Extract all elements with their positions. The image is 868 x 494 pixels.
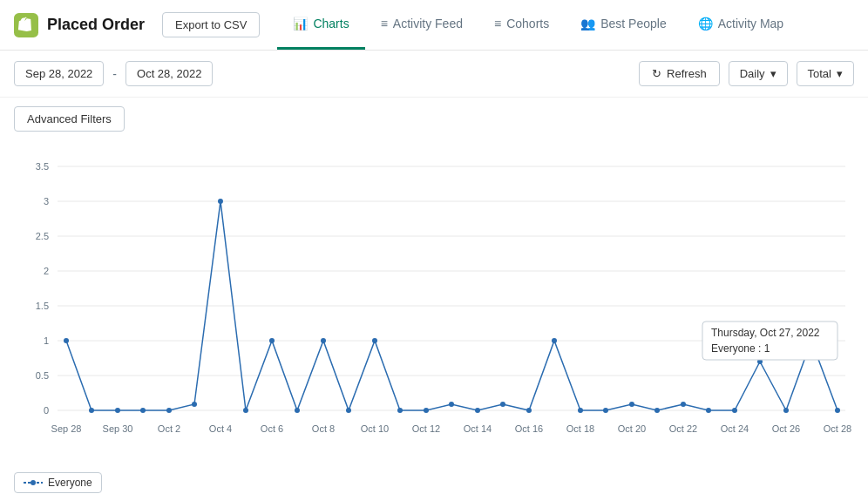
svg-text:2: 2 (44, 266, 49, 276)
legend: Everyone (0, 465, 868, 494)
refresh-button[interactable]: ↻ Refresh (639, 61, 720, 86)
svg-text:Oct 12: Oct 12 (412, 423, 440, 434)
data-point (783, 408, 789, 413)
top-nav: Placed Order Export to CSV 📊 Charts ≡ Ac… (0, 0, 868, 51)
data-point (449, 402, 454, 407)
svg-text:Oct 20: Oct 20 (618, 423, 646, 434)
data-point (552, 338, 557, 343)
svg-text:Oct 28: Oct 28 (824, 423, 851, 434)
tab-activity-map[interactable]: 🌐 Activity Map (682, 0, 799, 50)
data-point (500, 402, 505, 407)
best-people-icon: 👥 (580, 17, 595, 30)
logo-area: Placed Order (14, 13, 145, 37)
chart-container: 3.5 3 2.5 2 1.5 1 0.5 0 Sep 28 Sep 30 Oc… (0, 140, 868, 465)
svg-text:Oct 2: Oct 2 (158, 423, 180, 434)
svg-text:Oct 24: Oct 24 (721, 423, 749, 434)
svg-text:Oct 22: Oct 22 (669, 423, 697, 434)
main-chart: 3.5 3 2.5 2 1.5 1 0.5 0 Sep 28 Sep 30 Oc… (14, 149, 854, 463)
shopify-logo-icon (14, 13, 38, 37)
tab-best-people[interactable]: 👥 Best People (565, 0, 682, 50)
data-point (732, 408, 737, 413)
refresh-icon: ↻ (652, 67, 661, 80)
svg-text:Oct 8: Oct 8 (312, 423, 335, 434)
legend-label: Everyone (48, 477, 92, 489)
svg-point-34 (31, 480, 36, 485)
activity-map-icon: 🌐 (698, 17, 713, 30)
data-point (372, 338, 377, 343)
date-to-button[interactable]: Oct 28, 2022 (125, 61, 213, 86)
activity-feed-icon: ≡ (381, 17, 388, 30)
legend-line-icon (24, 478, 43, 487)
period-select[interactable]: Daily ▾ (729, 61, 788, 86)
data-point (346, 408, 351, 413)
chevron-down-icon: ▾ (770, 67, 776, 80)
data-point (243, 408, 248, 413)
page-title: Placed Order (47, 16, 145, 34)
svg-text:2.5: 2.5 (36, 231, 49, 241)
data-point (218, 199, 223, 204)
export-csv-button[interactable]: Export to CSV (162, 12, 260, 37)
data-point (578, 408, 583, 413)
data-point (681, 402, 686, 407)
metric-select[interactable]: Total ▾ (797, 61, 854, 86)
svg-text:1.5: 1.5 (36, 301, 49, 311)
nav-tabs: 📊 Charts ≡ Activity Feed ≡ Cohorts 👥 Bes… (277, 0, 799, 50)
svg-text:Oct 4: Oct 4 (209, 423, 232, 434)
advanced-filters-button[interactable]: Advanced Filters (14, 106, 125, 132)
data-point (140, 408, 146, 413)
tooltip-date: Thursday, Oct 27, 2022 (711, 327, 820, 339)
data-point (192, 402, 197, 407)
data-point (603, 408, 608, 413)
chevron-down-icon-2: ▾ (837, 67, 843, 80)
svg-text:Oct 16: Oct 16 (515, 423, 543, 434)
tab-activity-feed[interactable]: ≡ Activity Feed (365, 0, 478, 50)
svg-text:1: 1 (44, 335, 49, 346)
data-point (321, 338, 326, 343)
data-point (115, 408, 120, 413)
svg-text:Oct 10: Oct 10 (361, 423, 389, 434)
filters-row: Advanced Filters (0, 98, 868, 140)
legend-everyone[interactable]: Everyone (14, 472, 102, 493)
data-point (629, 402, 634, 407)
data-point (89, 408, 94, 413)
tooltip-value: Everyone : 1 (711, 342, 770, 355)
charts-icon: 📊 (293, 17, 308, 30)
data-point (424, 408, 429, 413)
tab-charts[interactable]: 📊 Charts (277, 0, 364, 50)
svg-text:Oct 18: Oct 18 (566, 423, 594, 434)
data-point (397, 408, 403, 413)
data-point (295, 408, 300, 413)
data-point (166, 408, 172, 413)
data-point (835, 408, 840, 413)
toolbar: Sep 28, 2022 - Oct 28, 2022 ↻ Refresh Da… (0, 51, 868, 98)
svg-text:3.5: 3.5 (36, 161, 49, 172)
data-point (64, 338, 69, 343)
data-point (475, 408, 480, 413)
data-point (269, 338, 275, 343)
chart-svg-wrap: 3.5 3 2.5 2 1.5 1 0.5 0 Sep 28 Sep 30 Oc… (14, 149, 854, 465)
date-separator: - (112, 67, 117, 81)
date-from-button[interactable]: Sep 28, 2022 (14, 61, 104, 86)
tab-cohorts[interactable]: ≡ Cohorts (478, 0, 565, 50)
svg-text:Oct 14: Oct 14 (464, 423, 492, 434)
cohorts-icon: ≡ (494, 17, 501, 30)
svg-text:0.5: 0.5 (36, 370, 49, 381)
svg-text:0: 0 (44, 405, 49, 416)
data-point (706, 408, 711, 413)
svg-text:Oct 26: Oct 26 (772, 423, 800, 434)
data-point (654, 408, 660, 413)
svg-text:Sep 30: Sep 30 (103, 423, 133, 434)
svg-text:Sep 28: Sep 28 (51, 423, 82, 434)
svg-text:Oct 6: Oct 6 (261, 423, 283, 434)
svg-text:3: 3 (44, 196, 49, 206)
data-point (526, 408, 532, 413)
